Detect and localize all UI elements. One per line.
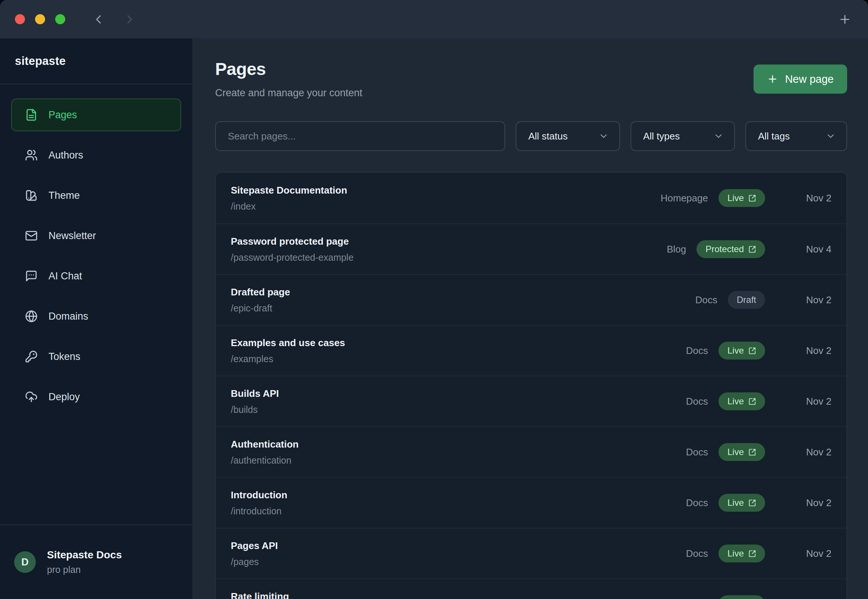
page-row-date: Nov 2 [775, 193, 832, 204]
external-link-icon [748, 397, 756, 405]
page-row-type: Docs [686, 447, 708, 458]
external-link-icon [748, 347, 756, 355]
page-row-date: Nov 2 [775, 447, 832, 458]
workspace-footer[interactable]: D Sitepaste Docs pro plan [0, 524, 192, 599]
sidebar-item-tokens[interactable]: Tokens [11, 340, 181, 373]
pages-list: Sitepaste Documentation /index Homepage … [215, 172, 847, 599]
page-row-date: Nov 2 [775, 548, 832, 560]
status-badge[interactable]: Protected [697, 240, 765, 258]
sidebar-item-theme[interactable]: Theme [11, 179, 181, 212]
page-row-type: Docs [686, 548, 708, 560]
external-link-icon [748, 194, 756, 202]
status-filter-value: All status [528, 131, 568, 142]
external-link-icon [748, 499, 756, 507]
search-input[interactable] [215, 121, 505, 151]
page-row-date: Nov 4 [775, 244, 832, 255]
globe-icon [25, 310, 38, 323]
key-icon [25, 350, 38, 363]
status-badge[interactable]: Live [718, 342, 765, 360]
chevron-down-icon [713, 131, 724, 141]
page-row-type: Docs [686, 396, 708, 407]
page-row-path: /builds [231, 404, 686, 415]
status-badge[interactable]: Live [718, 189, 765, 207]
external-link-icon [748, 245, 756, 253]
close-window-button[interactable] [15, 14, 25, 24]
status-badge[interactable]: Live [718, 443, 765, 461]
mail-icon [25, 229, 38, 242]
chevron-left-icon [92, 12, 105, 27]
page-row[interactable]: Drafted page /epic-draft Docs Draft Nov … [216, 274, 846, 325]
page-heading: Pages [215, 59, 362, 79]
page-row-title: Password protected page [231, 236, 667, 247]
types-filter-value: All types [643, 131, 680, 142]
users-icon [25, 149, 38, 162]
tags-filter-dropdown[interactable]: All tags [745, 121, 847, 151]
sidebar-item-deploy[interactable]: Deploy [11, 381, 181, 413]
page-row-type: Homepage [661, 193, 708, 204]
page-row[interactable]: Password protected page /password-protec… [216, 223, 846, 274]
new-tab-button[interactable] [837, 11, 853, 28]
status-badge[interactable]: Live [718, 392, 765, 410]
page-row-type: Docs [686, 345, 708, 357]
status-badge[interactable]: Live [718, 545, 765, 563]
page-row-path: /password-protected-example [231, 252, 667, 263]
new-page-button[interactable]: New page [754, 65, 847, 93]
page-row[interactable]: Pages API /pages Docs Live Nov 2 [216, 528, 846, 578]
page-row-date: Nov 2 [775, 497, 832, 509]
page-row-title: Sitepaste Documentation [231, 185, 661, 196]
sidebar-item-pages[interactable]: Pages [11, 98, 181, 131]
page-subtitle: Create and manage your content [215, 87, 362, 99]
page-row[interactable]: Introduction /introduction Docs Live Nov… [216, 477, 846, 528]
page-row-date: Nov 2 [775, 345, 832, 357]
chevron-right-icon [123, 12, 137, 27]
page-row-path: /index [231, 201, 661, 212]
swatch-book-icon [25, 189, 38, 202]
page-row-date: Nov 2 [775, 294, 832, 306]
cloud-upload-icon [25, 390, 38, 403]
page-row-title: Rate limiting [231, 591, 686, 599]
page-row-path: /epic-draft [231, 303, 695, 314]
minimize-window-button[interactable] [35, 14, 45, 24]
page-row-type: Docs [686, 497, 708, 509]
status-badge[interactable]: Live [718, 494, 765, 512]
main-content: Pages Create and manage your content New… [192, 38, 868, 599]
types-filter-dropdown[interactable]: All types [631, 121, 735, 151]
back-button[interactable] [91, 12, 106, 27]
page-row-date: Nov 2 [775, 396, 832, 407]
status-badge[interactable]: Live [718, 595, 765, 599]
workspace-name: Sitepaste Docs [47, 549, 122, 561]
window-titlebar [0, 0, 868, 38]
page-row-type: Docs [695, 294, 717, 306]
traffic-lights [15, 14, 65, 24]
page-row[interactable]: Rate limiting /rate-limiting Docs Live N… [216, 578, 846, 599]
status-badge[interactable]: Draft [728, 291, 765, 309]
workspace-plan: pro plan [47, 564, 122, 575]
external-link-icon [748, 550, 756, 558]
page-row-path: /authentication [231, 455, 686, 466]
page-row-path: /introduction [231, 506, 686, 516]
history-nav [91, 12, 138, 27]
page-row-title: Authentication [231, 439, 686, 450]
page-row[interactable]: Examples and use cases /examples Docs Li… [216, 325, 846, 376]
page-row[interactable]: Builds API /builds Docs Live Nov 2 [216, 376, 846, 426]
brand-logo: sitepaste [0, 38, 192, 84]
status-filter-dropdown[interactable]: All status [516, 121, 620, 151]
page-row-title: Builds API [231, 388, 686, 399]
maximize-window-button[interactable] [55, 14, 65, 24]
page-row-title: Examples and use cases [231, 337, 686, 349]
page-row[interactable]: Authentication /authentication Docs Live… [216, 426, 846, 477]
sidebar: sitepaste Pages Authors Theme Newsletter… [0, 38, 192, 599]
forward-button[interactable] [122, 12, 138, 27]
chevron-down-icon [826, 131, 836, 141]
page-row-type: Blog [667, 244, 686, 255]
sidebar-item-ai-chat[interactable]: AI Chat [11, 260, 181, 292]
file-text-icon [25, 108, 38, 122]
sidebar-item-newsletter[interactable]: Newsletter [11, 219, 181, 252]
page-row-title: Drafted page [231, 286, 695, 298]
sidebar-item-authors[interactable]: Authors [11, 139, 181, 172]
workspace-avatar: D [14, 551, 36, 573]
sidebar-nav: Pages Authors Theme Newsletter AI Chat D… [0, 84, 192, 524]
sidebar-item-domains[interactable]: Domains [11, 300, 181, 333]
page-row[interactable]: Sitepaste Documentation /index Homepage … [216, 173, 846, 223]
page-row-title: Introduction [231, 489, 686, 501]
